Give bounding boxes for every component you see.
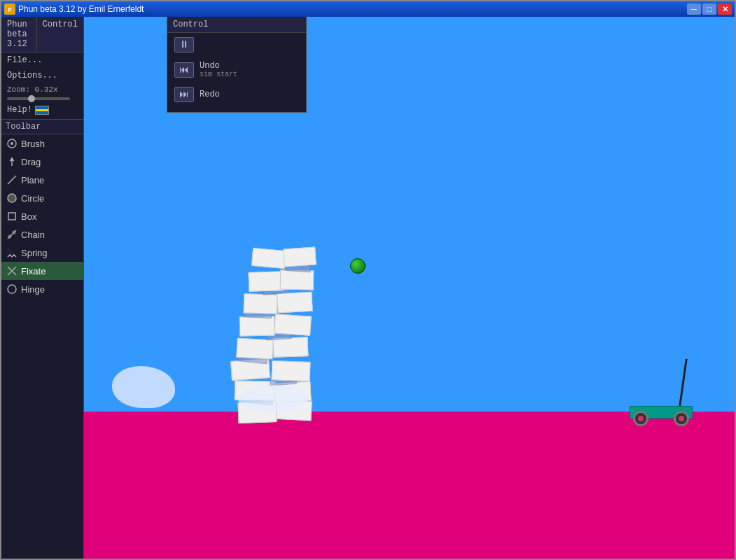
undo-label: Undo [200, 61, 237, 71]
control-dropdown-header: Control [167, 17, 306, 33]
vehicle-wheel-right [674, 411, 689, 426]
redo-label: Redo [200, 90, 220, 99]
flag-icon [35, 106, 49, 115]
plane-icon [6, 174, 18, 186]
titlebar: P Phun beta 3.12 by Emil Ernerfeldt ─ □ … [1, 1, 735, 17]
minimize-button[interactable]: ─ [687, 4, 701, 15]
undo-icon [174, 62, 194, 78]
options-menu-item[interactable]: Options... [1, 68, 83, 83]
control-redo-btn[interactable]: Redo [167, 83, 306, 106]
block [249, 271, 284, 292]
tool-hinge[interactable]: Hinge [1, 280, 83, 298]
chain-icon [6, 228, 18, 241]
help-label: Help! [7, 105, 32, 115]
block [274, 314, 312, 336]
left-panel: Phun beta 3.12 Control File... Options..… [1, 17, 84, 559]
tool-chain-label: Chain [21, 230, 45, 240]
application-window: P Phun beta 3.12 by Emil Ernerfeldt ─ □ … [0, 0, 736, 560]
block [239, 316, 275, 337]
hinge-icon [6, 283, 18, 295]
drag-icon [6, 155, 18, 168]
block [273, 337, 309, 358]
svg-text:P: P [8, 7, 12, 14]
fixate-icon [6, 265, 18, 277]
tool-spring[interactable]: Spring [1, 244, 83, 262]
titlebar-buttons: ─ □ ✕ [687, 4, 732, 15]
block [272, 360, 311, 382]
block [251, 248, 286, 269]
tool-brush-label: Brush [21, 139, 45, 149]
svg-point-5 [8, 194, 16, 202]
titlebar-left: P Phun beta 3.12 by Emil Ernerfeldt [4, 4, 144, 15]
zoom-label: Zoom: 0.32x [7, 85, 58, 94]
tool-box[interactable]: Box [1, 207, 83, 225]
redo-icon [174, 87, 194, 102]
control-undo-btn[interactable]: Undo sim start [167, 57, 306, 83]
help-area[interactable]: Help! [1, 103, 83, 120]
tool-plane[interactable]: Plane [1, 171, 83, 189]
undo-sublabel: sim start [200, 71, 237, 78]
svg-point-13 [8, 285, 16, 293]
smoke-cloud [238, 385, 308, 413]
box-icon [6, 210, 18, 223]
block [277, 292, 312, 314]
close-button[interactable]: ✕ [718, 4, 732, 15]
window-title: Phun beta 3.12 by Emil Ernerfeldt [18, 4, 144, 14]
tool-fixate-label: Fixate [21, 266, 46, 276]
tool-drag[interactable]: Drag [1, 153, 83, 171]
tool-plane-label: Plane [21, 175, 44, 186]
zoom-display: Zoom: 0.32x [1, 83, 83, 96]
svg-rect-6 [8, 213, 15, 220]
maximize-button[interactable]: □ [702, 4, 716, 15]
vehicle-wheel-left [633, 411, 648, 426]
undo-label-group: Undo sim start [200, 61, 237, 78]
toolbar-section-label: Toolbar [1, 120, 83, 134]
main-area: Phun beta 3.12 Control File... Options..… [1, 17, 735, 559]
zoom-slider-track[interactable] [7, 97, 70, 100]
tool-box-label: Box [21, 211, 36, 222]
pause-icon [174, 37, 194, 52]
zoom-slider-container [1, 96, 83, 103]
tool-brush[interactable]: Brush [1, 134, 83, 153]
svg-point-3 [11, 142, 13, 145]
menu-bar: Phun beta 3.12 Control [1, 17, 83, 52]
svg-line-4 [8, 176, 16, 184]
vehicle [630, 406, 693, 419]
tool-spring-label: Spring [21, 248, 48, 258]
tool-circle[interactable]: Circle [1, 189, 83, 207]
tool-chain[interactable]: Chain [1, 225, 83, 244]
simulation-canvas[interactable]: Control Undo sim start Redo [84, 17, 735, 559]
tool-circle-label: Circle [21, 193, 44, 204]
wheel-hub-left [638, 416, 644, 421]
control-pause-btn[interactable] [167, 33, 306, 57]
vehicle-body [630, 406, 693, 419]
spring-icon [6, 246, 18, 259]
control-menu-trigger[interactable]: Control [37, 17, 83, 52]
block [283, 246, 317, 267]
tool-drag-label: Drag [21, 157, 41, 167]
control-dropdown: Control Undo sim start Redo [167, 17, 307, 113]
block [236, 338, 273, 360]
block [280, 270, 314, 290]
phun-menu[interactable]: Phun beta 3.12 [1, 17, 37, 52]
ground [84, 412, 735, 559]
tool-fixate[interactable]: Fixate [1, 262, 83, 280]
block [244, 293, 278, 314]
app-icon: P [4, 4, 15, 15]
tool-hinge-label: Hinge [21, 284, 45, 295]
circle-icon [6, 192, 18, 204]
zoom-slider-thumb[interactable] [28, 95, 35, 102]
brush-icon [6, 137, 18, 150]
file-menu-item[interactable]: File... [1, 52, 83, 68]
wheel-hub-right [679, 416, 684, 421]
green-ball [350, 258, 366, 274]
